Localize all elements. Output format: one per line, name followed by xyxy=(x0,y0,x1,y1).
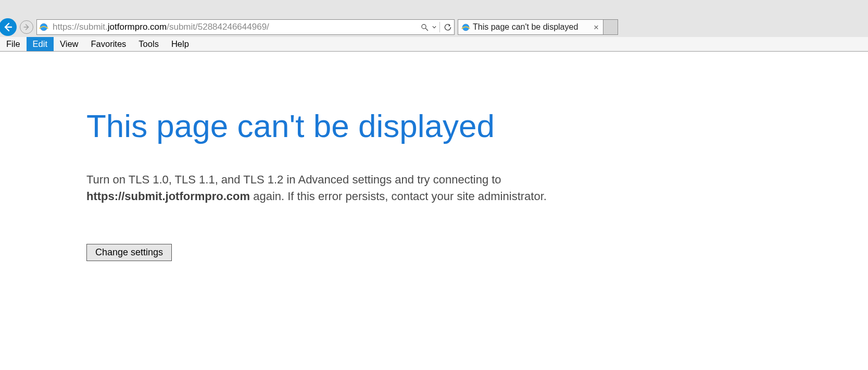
refresh-button[interactable] xyxy=(442,20,454,34)
menu-file[interactable]: File xyxy=(0,37,27,51)
new-tab-button[interactable] xyxy=(603,19,618,35)
error-body: Turn on TLS 1.0, TLS 1.1, and TLS 1.2 in… xyxy=(86,171,644,205)
ie-logo-icon xyxy=(39,22,48,32)
address-bar-row: https://submit.jotformpro.com/submit/528… xyxy=(0,17,868,37)
url-path: /submit/52884246644969/ xyxy=(167,22,269,32)
error-body-url: https://submit.jotformpro.com xyxy=(86,190,250,203)
tab-title: This page can't be displayed xyxy=(473,22,593,32)
menu-view[interactable]: View xyxy=(54,37,84,51)
search-dropdown[interactable] xyxy=(431,20,438,34)
forward-button[interactable] xyxy=(20,20,33,34)
refresh-icon xyxy=(444,23,452,31)
ie-logo-icon xyxy=(461,23,470,32)
arrow-left-icon xyxy=(3,22,13,32)
address-search-bar: https://submit.jotformpro.com/submit/528… xyxy=(36,19,455,35)
menu-bar: File Edit View Favorites Tools Help xyxy=(0,37,868,52)
error-body-pre: Turn on TLS 1.0, TLS 1.1, and TLS 1.2 in… xyxy=(86,173,501,186)
url-scheme: https://submit. xyxy=(53,22,108,32)
url-field[interactable]: https://submit.jotformpro.com/submit/528… xyxy=(51,20,418,34)
url-domain: jotformpro.com xyxy=(108,22,167,32)
error-body-post: again. If this error persists, contact y… xyxy=(250,190,547,203)
menu-help[interactable]: Help xyxy=(165,37,195,51)
window-titlebar-spacer xyxy=(0,0,868,17)
menu-tools[interactable]: Tools xyxy=(132,37,165,51)
tab-favicon xyxy=(460,22,471,32)
search-button[interactable] xyxy=(418,20,431,34)
address-separator xyxy=(439,22,440,32)
chevron-down-icon xyxy=(432,25,436,29)
error-heading: This page can't be displayed xyxy=(86,109,868,143)
page-content: This page can't be displayed Turn on TLS… xyxy=(0,52,868,261)
menu-edit[interactable]: Edit xyxy=(27,37,54,51)
svg-point-1 xyxy=(421,24,425,28)
browser-tab[interactable]: This page can't be displayed × xyxy=(458,19,603,35)
search-icon xyxy=(421,23,429,31)
menu-favorites[interactable]: Favorites xyxy=(85,37,133,51)
tab-close-button[interactable]: × xyxy=(593,23,600,32)
change-settings-button[interactable]: Change settings xyxy=(86,244,172,261)
svg-line-2 xyxy=(425,28,427,30)
back-button[interactable] xyxy=(0,18,17,36)
address-action-group xyxy=(418,20,454,34)
site-identity-icon[interactable] xyxy=(37,20,51,34)
arrow-right-icon xyxy=(23,23,30,31)
